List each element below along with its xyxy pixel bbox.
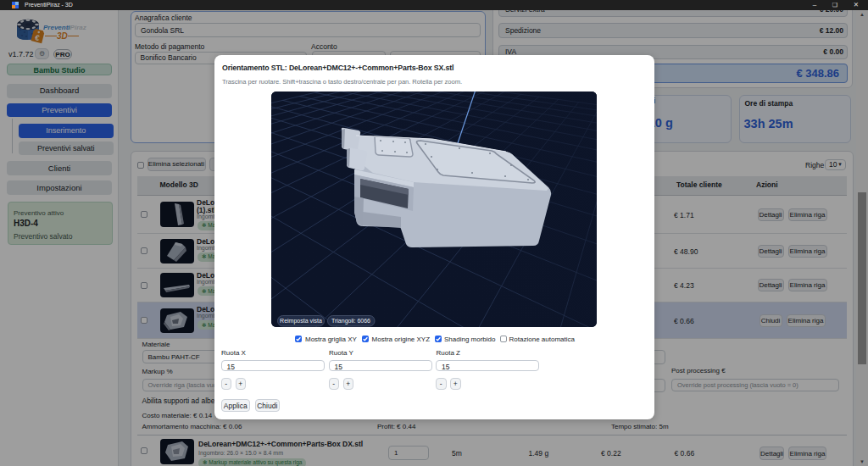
svg-text:Triangoli: 6066: Triangoli: 6066 [331,318,370,325]
svg-text:Reimposta vista: Reimposta vista [280,318,322,325]
